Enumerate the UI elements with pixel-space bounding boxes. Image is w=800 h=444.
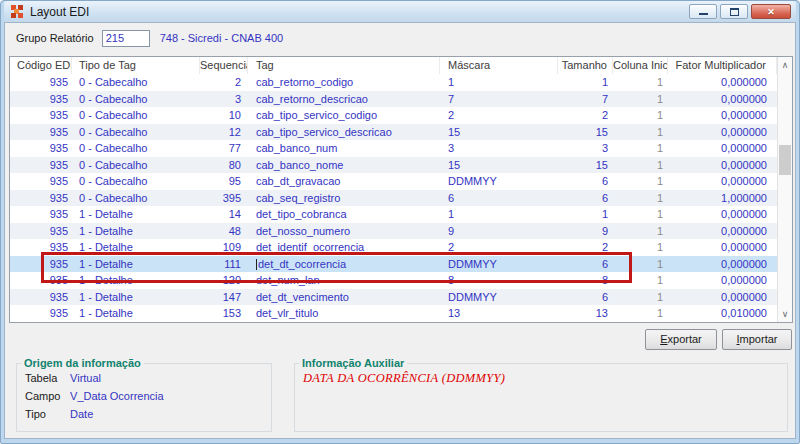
close-button[interactable]: ✕ (751, 4, 791, 19)
grid-row[interactable]: 935 0 - Cabecalho 3 cab_retorno_descrica… (10, 91, 777, 108)
column-header[interactable]: Tipo de Tag (72, 57, 200, 74)
grupo-relatorio-descricao: 748 - Sicredi - CNAB 400 (160, 32, 284, 44)
column-header[interactable]: Código EDI (10, 57, 72, 74)
grid-row[interactable]: 935 1 - Detalhe 153 det_vlr_titulo 13 13… (10, 305, 777, 322)
cell-fator-multiplicador: 0,000000 (668, 256, 777, 273)
titlebar[interactable]: Layout EDI ✕ (4, 1, 796, 22)
cell-sequencia: 95 (200, 173, 248, 190)
cell-tag: cab_banco_num (248, 140, 440, 157)
cell-codigo-edi: 935 (10, 206, 72, 223)
cell-tamanho: 6 (558, 173, 613, 190)
cell-tipo-de-tag: 1 - Detalhe (72, 223, 200, 240)
cell-tamanho: 2 (558, 239, 613, 256)
cell-fator-multiplicador: 0,000000 (668, 239, 777, 256)
grid-row[interactable]: 935 0 - Cabecalho 12 cab_tipo_servico_de… (10, 124, 777, 141)
cell-fator-multiplicador: 1,000000 (668, 190, 777, 207)
cell-tamanho: 13 (558, 305, 613, 322)
minimize-button[interactable] (689, 4, 717, 19)
cell-tamanho: 3 (558, 140, 613, 157)
cell-coluna-inicial: 1 (613, 140, 668, 157)
campo-label: Campo (25, 388, 67, 404)
cell-fator-multiplicador: 0,010000 (668, 305, 777, 322)
scrollbar-thumb[interactable] (779, 145, 791, 175)
cell-codigo-edi: 935 (10, 272, 72, 289)
cell-tag: cab_tipo_servico_codigo (248, 107, 440, 124)
campo-value: V_Data Ocorrencia (70, 390, 164, 402)
cell-tag: cab_retorno_codigo (248, 74, 440, 91)
cell-coluna-inicial: 1 (613, 256, 668, 273)
cell-codigo-edi: 935 (10, 157, 72, 174)
column-header[interactable]: Coluna Inicial (613, 57, 668, 74)
cell-mascara: DDMMYY (440, 289, 558, 306)
cell-mascara: 1 (440, 206, 558, 223)
column-header[interactable]: Fator Multiplicador (668, 57, 777, 74)
cell-tag: det_identif_ocorrencia (248, 239, 440, 256)
grid-row[interactable]: 935 0 - Cabecalho 77 cab_banco_num 3 3 1… (10, 140, 777, 157)
grid-row[interactable]: 935 1 - Detalhe 147 det_dt_vencimento DD… (10, 289, 777, 306)
cell-tamanho: 2 (558, 107, 613, 124)
cell-tag: cab_seq_registro (248, 190, 440, 207)
cell-sequencia: 14 (200, 206, 248, 223)
cell-coluna-inicial: 1 (613, 223, 668, 240)
maximize-icon (730, 8, 739, 16)
cell-tipo-de-tag: 1 - Detalhe (72, 272, 200, 289)
cell-tag: cab_tipo_servico_descricao (248, 124, 440, 141)
exportar-button[interactable]: Exportar (645, 329, 717, 350)
column-header[interactable]: Máscara (440, 57, 558, 74)
cell-coluna-inicial: 1 (613, 157, 668, 174)
grid-row[interactable]: 935 1 - Detalhe 48 det_nosso_numero 9 9 … (10, 223, 777, 240)
cell-sequencia: 77 (200, 140, 248, 157)
cell-tamanho: 6 (558, 256, 613, 273)
cell-fator-multiplicador: 0,000000 (668, 289, 777, 306)
grid-row[interactable]: 935 0 - Cabecalho 395 cab_seq_registro 6… (10, 190, 777, 207)
cell-tamanho: 9 (558, 223, 613, 240)
cell-coluna-inicial: 1 (613, 190, 668, 207)
grid-header: Código EDITipo de TagSequenciaTagMáscara… (10, 57, 777, 74)
column-header[interactable]: Tag (248, 57, 440, 74)
cell-coluna-inicial: 1 (613, 305, 668, 322)
cell-fator-multiplicador: 0,000000 (668, 223, 777, 240)
cell-tag: cab_retorno_descricao (248, 91, 440, 108)
aux-text: DATA DA OCORRÊNCIA (DDMMYY) (295, 369, 787, 386)
column-header[interactable]: Sequencia (200, 57, 248, 74)
scroll-down-icon[interactable]: ∨ (778, 309, 792, 319)
cell-tamanho: 7 (558, 91, 613, 108)
grupo-relatorio-input[interactable] (102, 30, 150, 47)
tipo-value: Date (70, 408, 93, 420)
cell-tipo-de-tag: 0 - Cabecalho (72, 157, 200, 174)
cell-fator-multiplicador: 0,000000 (668, 91, 777, 108)
cell-tipo-de-tag: 0 - Cabecalho (72, 190, 200, 207)
tipo-line: Tipo Date (17, 405, 271, 423)
grid-row[interactable]: 935 1 - Detalhe 14 det_tipo_cobranca 1 1… (10, 206, 777, 223)
cell-coluna-inicial: 1 (613, 107, 668, 124)
cell-tag: cab_dt_gravacao (248, 173, 440, 190)
cell-mascara: 6 (440, 190, 558, 207)
grupo-relatorio-label: Grupo Relatório (16, 32, 94, 44)
column-header[interactable]: Tamanho (558, 57, 613, 74)
cell-tamanho: 1 (558, 206, 613, 223)
cell-sequencia: 48 (200, 223, 248, 240)
cell-codigo-edi: 935 (10, 91, 72, 108)
grid-row[interactable]: 935 0 - Cabecalho 95 cab_dt_gravacao DDM… (10, 173, 777, 190)
cell-tipo-de-tag: 1 - Detalhe (72, 305, 200, 322)
grid-row[interactable]: 935 0 - Cabecalho 2 cab_retorno_codigo 1… (10, 74, 777, 91)
cell-sequencia: 10 (200, 107, 248, 124)
cell-sequencia: 395 (200, 190, 248, 207)
cell-coluna-inicial: 1 (613, 206, 668, 223)
scroll-up-icon[interactable]: ∧ (778, 60, 792, 70)
maximize-button[interactable] (720, 4, 748, 19)
app-window: Layout EDI ✕ Grupo Relatório 748 - Sicre… (0, 0, 800, 444)
vertical-scrollbar[interactable]: ∧ ∨ (777, 57, 792, 322)
cell-codigo-edi: 935 (10, 74, 72, 91)
cell-tipo-de-tag: 0 - Cabecalho (72, 74, 200, 91)
cell-coluna-inicial: 1 (613, 239, 668, 256)
importar-button[interactable]: Importar (722, 329, 792, 350)
grid-row[interactable]: 935 0 - Cabecalho 10 cab_tipo_servico_co… (10, 107, 777, 124)
grid-row[interactable]: 935 0 - Cabecalho 80 cab_banco_nome 15 1… (10, 157, 777, 174)
grid-row[interactable]: 935 1 - Detalhe 120 det_num_lan 8 8 1 0,… (10, 272, 777, 289)
grid-row[interactable]: 935 1 - Detalhe 109 det_identif_ocorrenc… (10, 239, 777, 256)
minimize-icon (699, 13, 708, 15)
grid-row[interactable]: 935 1 - Detalhe 111 det_dt_ocorrencia DD… (10, 256, 777, 273)
origem-title: Origem da informação (21, 357, 144, 369)
cell-fator-multiplicador: 0,000000 (668, 157, 777, 174)
